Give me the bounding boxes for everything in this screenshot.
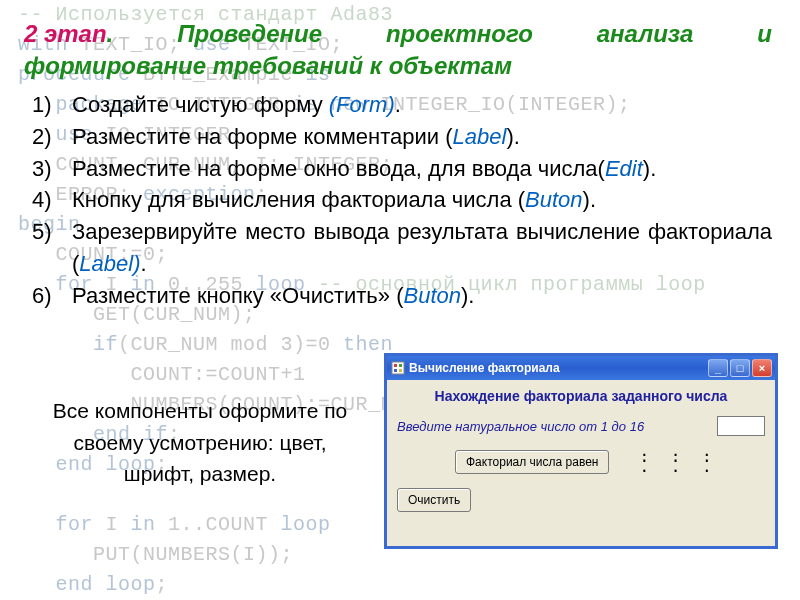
list-item: 2) Разместите на форме комментарии (Labe… (24, 121, 772, 153)
list-item: 3) Разместите на форме окно ввода, для в… (24, 153, 772, 185)
svg-rect-3 (394, 369, 397, 372)
slide-title: 2 этап. Проведение проектного анализа и … (24, 18, 772, 83)
svg-rect-4 (399, 369, 402, 372)
form-caption: Нахождение факториала заданного числа (397, 388, 765, 404)
close-button[interactable]: × (752, 359, 772, 377)
note-text: Все компоненты оформите по своему усмотр… (40, 395, 360, 490)
window-title: Вычисление факториала (409, 361, 706, 375)
svg-rect-2 (399, 364, 402, 367)
list-item: 6) Разместите кнопку «Очистить» (Buton). (24, 280, 772, 312)
foreground-content: 2 этап. Проведение проектного анализа и … (0, 0, 800, 312)
list-item: 5) Зарезервируйте место вывода результат… (24, 216, 772, 280)
clear-button[interactable]: Очистить (397, 488, 471, 512)
task-list: 1) Создайте чистую форму (Form). 2) Разм… (24, 89, 772, 312)
list-item: 1) Создайте чистую форму (Form). (24, 89, 772, 121)
calculate-button[interactable]: Факториал числа равен (455, 450, 609, 474)
number-input[interactable] (717, 416, 765, 436)
titlebar[interactable]: Вычисление факториала _ □ × (387, 356, 775, 380)
stage-label: 2 этап (24, 20, 107, 47)
svg-rect-0 (392, 362, 404, 374)
maximize-button[interactable]: □ (730, 359, 750, 377)
list-item: 4) Кнопку для вычисления факториала числ… (24, 184, 772, 216)
svg-rect-1 (394, 364, 397, 367)
client-area: Нахождение факториала заданного числа Вв… (387, 380, 775, 520)
app-window: Вычисление факториала _ □ × Нахождение ф… (384, 353, 778, 549)
minimize-button[interactable]: _ (708, 359, 728, 377)
result-placeholder: : : :. . . (639, 452, 717, 472)
app-icon (391, 361, 405, 375)
input-label: Введите натуральное число от 1 до 16 (397, 419, 717, 434)
